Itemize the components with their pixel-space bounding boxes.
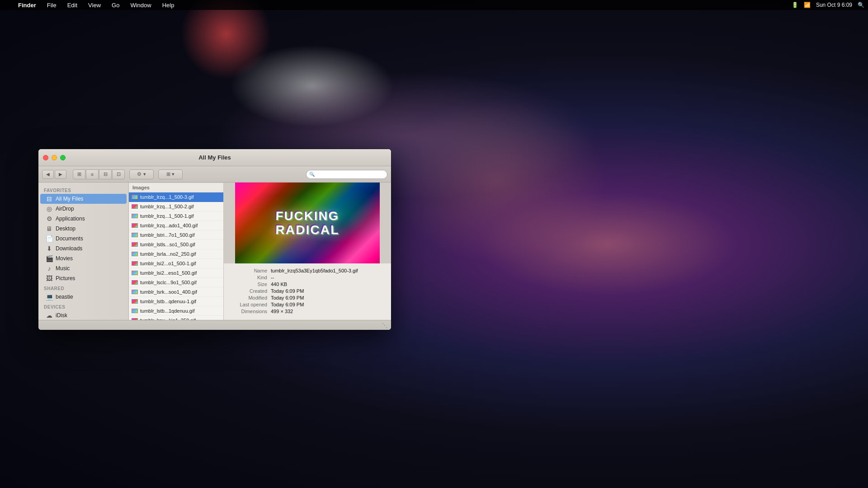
devices-section-title: DEVICES — [38, 302, 128, 310]
view-list-button[interactable]: ≡ — [86, 169, 99, 179]
sidebar-item-all-my-files[interactable]: ⊟ All My Files — [40, 194, 127, 204]
menubar: Finder File Edit View Go Window Help 🔋 📶… — [0, 0, 868, 10]
file-name-4: tumblr_lrzq...ado1_400.gif — [140, 223, 198, 228]
search-box[interactable]: 🔍 — [306, 170, 387, 179]
info-value-last-opened: Today 6:09 PM — [271, 302, 304, 307]
info-row-size: Size 440 KB — [231, 282, 384, 287]
search-input[interactable] — [316, 172, 384, 177]
file-item-4[interactable]: tumblr_lrzq...ado1_400.gif — [129, 221, 223, 230]
preview-image-area: FUCKING RADICAL — [224, 183, 391, 263]
sidebar-item-beastie[interactable]: 💻 beastie — [40, 292, 127, 302]
view-column-button[interactable]: ⊟ — [99, 169, 112, 179]
menubar-right: 🔋 📶 Sun Oct 9 6:09 🔍 — [792, 2, 864, 8]
menubar-help[interactable]: Help — [160, 2, 176, 9]
file-item-1[interactable]: tumblr_lrzq...1_500-3.gif — [129, 192, 223, 202]
movies-icon: 🎬 — [46, 255, 53, 262]
file-item-12[interactable]: tumblr_lstb...qdenuu-1.gif — [129, 297, 223, 306]
file-item-14[interactable]: tumblr_lrox...kjo1_250.gif — [129, 316, 223, 320]
sidebar-label-documents: Documents — [56, 235, 83, 242]
file-item-13[interactable]: tumblr_lstb...1qdenuu.gif — [129, 306, 223, 316]
maximize-button[interactable] — [60, 155, 66, 160]
minimize-button[interactable] — [52, 155, 57, 160]
arrange-button[interactable]: ⊞ ▾ — [158, 169, 183, 179]
downloads-icon: ⬇ — [46, 245, 53, 252]
sidebar-item-airdrop[interactable]: ◎ AirDrop — [40, 204, 127, 214]
window-title: All My Files — [198, 154, 231, 161]
file-name-3: tumblr_lrzq...1_500-1.gif — [140, 213, 194, 219]
title-bar: All My Files — [38, 149, 391, 166]
info-row-name: Name tumblr_lrzq53a3Ey1qb5fado1_500-3.gi… — [231, 268, 384, 273]
file-icon-7 — [132, 251, 138, 257]
preview-info: Name tumblr_lrzq53a3Ey1qb5fado1_500-3.gi… — [224, 263, 391, 320]
sidebar-item-music[interactable]: ♪ Music — [40, 263, 127, 273]
file-name-1: tumblr_lrzq...1_500-3.gif — [140, 194, 194, 200]
sidebar-label-airdrop: AirDrop — [56, 206, 74, 212]
info-label-kind: Kind — [231, 275, 267, 280]
file-icon-1 — [132, 194, 138, 200]
view-icon-button[interactable]: ⊞ — [73, 169, 85, 179]
info-row-created: Created Today 6:09 PM — [231, 288, 384, 294]
file-icon-10 — [132, 279, 138, 286]
file-name-12: tumblr_lstb...qdenuu-1.gif — [140, 299, 196, 304]
info-value-created: Today 6:09 PM — [271, 288, 304, 294]
sidebar-label-beastie: beastie — [56, 294, 73, 300]
desktop-icon: 🖥 — [46, 225, 53, 232]
menubar-go[interactable]: Go — [110, 2, 121, 9]
search-icon: 🔍 — [309, 172, 315, 177]
file-item-2[interactable]: tumblr_lrzq...1_500-2.gif — [129, 202, 223, 211]
file-name-6: tumblr_lstls...so1_500.gif — [140, 242, 195, 247]
forward-button[interactable]: ▶ — [55, 170, 66, 179]
file-item-7[interactable]: tumblr_lsrla...no2_250.gif — [129, 249, 223, 259]
images-section-header: Images — [129, 183, 223, 192]
sidebar-item-downloads[interactable]: ⬇ Downloads — [40, 244, 127, 253]
view-buttons: ⊞ ≡ ⊟ ⊡ — [73, 169, 125, 179]
sidebar-item-pictures[interactable]: 🖼 Pictures — [40, 273, 127, 283]
menubar-edit[interactable]: Edit — [66, 2, 79, 9]
music-icon: ♪ — [46, 265, 53, 272]
file-icon-6 — [132, 241, 138, 248]
file-list: Images tumblr_lrzq...1_500-3.gif tumblr_… — [129, 183, 224, 320]
back-button[interactable]: ◀ — [42, 170, 54, 179]
file-item-8[interactable]: tumblr_lsi2...o1_500-1.gif — [129, 259, 223, 268]
content-area: Images tumblr_lrzq...1_500-3.gif tumblr_… — [129, 183, 391, 320]
sidebar-item-movies[interactable]: 🎬 Movies — [40, 253, 127, 263]
menubar-wifi-icon: 📶 — [804, 2, 811, 8]
file-item-11[interactable]: tumblr_lsrk...soo1_400.gif — [129, 287, 223, 297]
file-name-10: tumblr_lsclc...9o1_500.gif — [140, 280, 197, 285]
sidebar-item-applications[interactable]: ⚙ Applications — [40, 214, 127, 224]
info-label-created: Created — [231, 288, 267, 294]
sidebar-label-idisk: iDisk — [56, 312, 67, 319]
file-icon-13 — [132, 308, 138, 314]
preview-gif: FUCKING RADICAL — [235, 183, 380, 263]
info-label-modified: Modified — [231, 295, 267, 300]
file-item-3[interactable]: tumblr_lrzq...1_500-1.gif — [129, 211, 223, 221]
file-item-10[interactable]: tumblr_lsclc...9o1_500.gif — [129, 278, 223, 287]
file-item-9[interactable]: tumblr_lsi2...eso1_500.gif — [129, 268, 223, 278]
info-row-modified: Modified Today 6:09 PM — [231, 295, 384, 300]
info-value-modified: Today 6:09 PM — [271, 295, 304, 300]
sidebar-label-pictures: Pictures — [56, 275, 75, 282]
favorites-section-title: FAVORITES — [38, 185, 128, 194]
sidebar-item-idisk[interactable]: ☁ iDisk — [40, 310, 127, 320]
menubar-finder[interactable]: Finder — [16, 2, 38, 9]
menubar-window[interactable]: Window — [128, 2, 153, 9]
close-button[interactable] — [43, 155, 48, 160]
sidebar-item-desktop[interactable]: 🖥 Desktop — [40, 224, 127, 234]
file-item-6[interactable]: tumblr_lstls...so1_500.gif — [129, 240, 223, 249]
file-icon-2 — [132, 203, 138, 210]
info-value-size: 440 KB — [271, 282, 287, 287]
menubar-file[interactable]: File — [45, 2, 58, 9]
view-cover-button[interactable]: ⊡ — [112, 169, 125, 179]
menubar-view[interactable]: View — [86, 2, 103, 9]
action-button[interactable]: ⚙ ▾ — [129, 169, 154, 179]
info-value-name: tumblr_lrzq53a3Ey1qb5fado1_500-3.gif — [271, 268, 358, 273]
menubar-spotlight-icon[interactable]: 🔍 — [858, 2, 864, 8]
sidebar-item-documents[interactable]: 📄 Documents — [40, 234, 127, 244]
menubar-battery-icon: 🔋 — [792, 2, 798, 8]
file-item-5[interactable]: tumblr_lstri...7o1_500.gif — [129, 230, 223, 240]
resize-handle[interactable]: ⋱ — [382, 322, 387, 328]
preview-gif-text: FUCKING RADICAL — [275, 209, 340, 237]
all-my-files-icon: ⊟ — [46, 195, 53, 202]
pictures-icon: 🖼 — [46, 275, 53, 282]
sidebar-label-downloads: Downloads — [56, 245, 82, 252]
